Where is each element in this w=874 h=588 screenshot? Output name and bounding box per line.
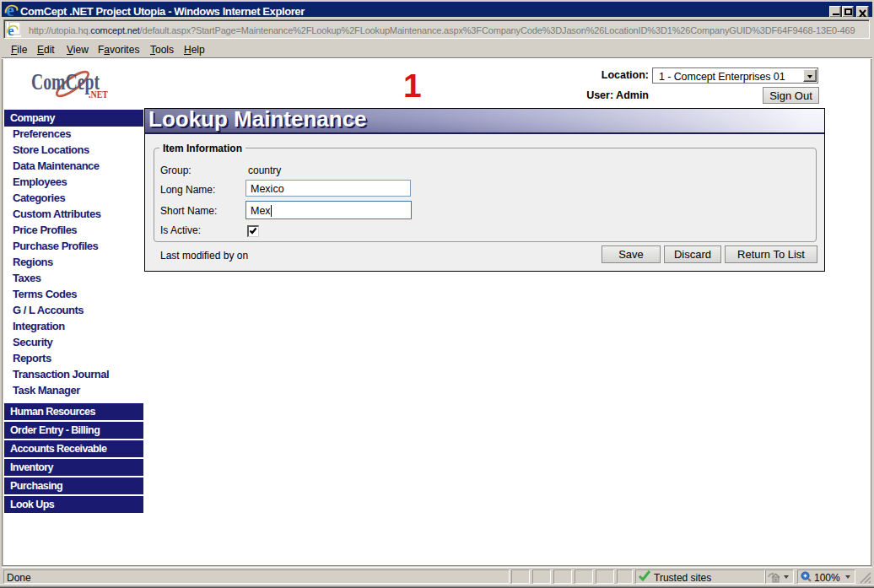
svg-text:e: e xyxy=(8,23,14,38)
svg-text:e: e xyxy=(7,3,14,18)
svg-text:.NET: .NET xyxy=(89,88,108,100)
